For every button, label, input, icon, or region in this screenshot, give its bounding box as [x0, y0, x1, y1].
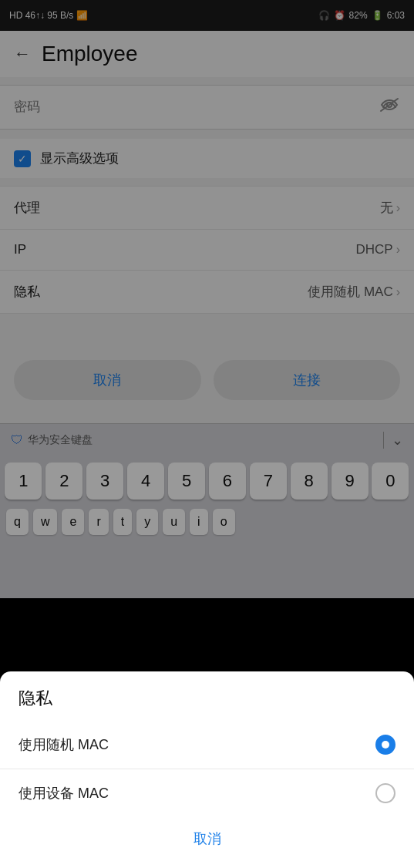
privacy-dialog: 隐私 使用随机 MAC 使用设备 MAC 取消 — [0, 671, 414, 868]
option-device-mac-row[interactable]: 使用设备 MAC — [0, 769, 414, 817]
radio-device-mac[interactable] — [375, 783, 395, 803]
radio-selected-inner — [382, 741, 389, 749]
dialog-cancel-button[interactable]: 取消 — [0, 817, 414, 860]
dialog-overlay: 隐私 使用随机 MAC 使用设备 MAC 取消 — [0, 0, 414, 868]
dialog-title: 隐私 — [0, 687, 414, 721]
radio-random-mac[interactable] — [375, 735, 395, 755]
option-random-mac-label: 使用随机 MAC — [19, 735, 109, 754]
option-random-mac-row[interactable]: 使用随机 MAC — [0, 721, 414, 769]
option-device-mac-label: 使用设备 MAC — [19, 784, 109, 802]
